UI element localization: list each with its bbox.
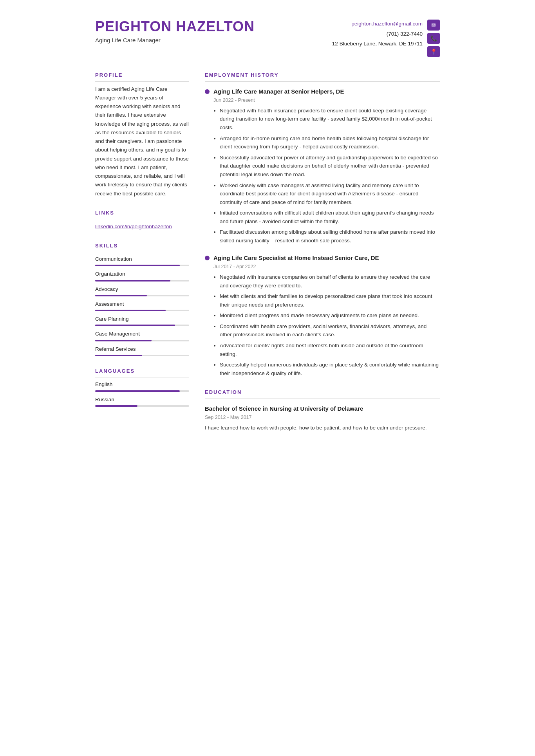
skill-bar-fill [95, 325, 175, 326]
phone-icon[interactable]: 📞 [427, 33, 440, 44]
skill-bar-fill [95, 355, 142, 356]
email-link[interactable]: peighton.hazelton@gmail.com [351, 21, 423, 27]
language-bar-fill [95, 390, 180, 392]
skill-name: Case Management [95, 330, 189, 338]
candidate-title: Aging Life Care Manager [95, 36, 255, 45]
skill-name: Care Planning [95, 315, 189, 323]
skill-item: Referral Services [95, 345, 189, 356]
edu-description: I have learned how to work with people, … [205, 424, 440, 432]
bullet-item: Initiated conversations with difficult a… [220, 209, 440, 226]
phone: (701) 322-7440 [332, 29, 423, 39]
skill-item: Organization [95, 270, 189, 281]
language-bar-fill [95, 405, 137, 407]
edu-degree-title: Bachelor of Science in Nursing at Univer… [205, 404, 440, 413]
skill-name: Organization [95, 270, 189, 278]
skill-name: Advocacy [95, 285, 189, 293]
skill-item: Communication [95, 255, 189, 266]
address: 12 Blueberry Lane, Newark, DE 19711 [332, 39, 423, 49]
bullet-item: Worked closely with case managers at ass… [220, 181, 440, 207]
links-section-title: LINKS [95, 209, 189, 220]
contact-info: peighton.hazelton@gmail.com (701) 322-74… [332, 19, 423, 49]
links-section: LINKS linkedin.com/in/peightonhazelton [95, 209, 189, 231]
job-title: Aging Life Care Manager at Senior Helper… [205, 87, 440, 96]
bullet-item: Met with clients and their families to d… [220, 292, 440, 309]
languages-section-title: LANGUAGES [95, 367, 189, 378]
skill-name: Communication [95, 255, 189, 263]
profile-text: I am a certified Aging Life Care Manager… [95, 85, 189, 198]
bullet-item: Successfully helped numerous individuals… [220, 361, 440, 377]
skill-bar-fill [95, 310, 166, 311]
languages-section: LANGUAGES English Russian [95, 367, 189, 407]
candidate-name: PEIGHTON HAZELTON [95, 19, 255, 34]
education-section-title: EDUCATION [205, 388, 440, 399]
job-bullets: Negotiated with insurance companies on b… [213, 273, 440, 378]
skill-bar-fill [95, 265, 180, 266]
bullet-item: Facilitated discussion among siblings ab… [220, 228, 440, 245]
left-column: PROFILE I am a certified Aging Life Care… [95, 71, 189, 443]
bullet-item: Arranged for in-home nursing care and ho… [220, 134, 440, 151]
bullet-item: Successfully advocated for power of atto… [220, 153, 440, 179]
location-icon[interactable]: 📍 [427, 46, 440, 57]
job-dot [205, 89, 210, 94]
linkedin-link-item: linkedin.com/in/peightonhazelton [95, 222, 189, 231]
skill-bar-bg [95, 280, 189, 281]
language-name: English [95, 381, 189, 388]
employment-section-title: EMPLOYMENT HISTORY [205, 71, 440, 82]
linkedin-link[interactable]: linkedin.com/in/peightonhazelton [95, 224, 172, 229]
job-title-text: Aging Life Care Manager at Senior Helper… [213, 87, 344, 96]
job-dates: Jul 2017 - Apr 2022 [213, 263, 440, 271]
skill-bar-bg [95, 295, 189, 296]
job-bullets: Negotiated with health insurance provide… [213, 106, 440, 245]
education-item: Bachelor of Science in Nursing at Univer… [205, 404, 440, 432]
skill-bar-bg [95, 325, 189, 326]
email-icon[interactable]: ✉ [427, 20, 440, 31]
job-item: Aging Life Care Specialist at Home Inste… [205, 254, 440, 378]
skill-name: Assessment [95, 300, 189, 308]
education-section: EDUCATION Bachelor of Science in Nursing… [205, 388, 440, 432]
job-dates: Jun 2022 - Present [213, 97, 440, 104]
skill-item: Care Planning [95, 315, 189, 326]
bullet-item: Negotiated with health insurance provide… [220, 106, 440, 132]
bullet-item: Advocated for clients' rights and best i… [220, 341, 440, 358]
skill-bar-bg [95, 265, 189, 266]
language-bar-bg [95, 390, 189, 392]
languages-list: English Russian [95, 381, 189, 407]
skills-section-title: SKILLS [95, 242, 189, 253]
job-dot [205, 256, 210, 260]
bullet-item: Negotiated with insurance companies on b… [220, 273, 440, 290]
education-list: Bachelor of Science in Nursing at Univer… [205, 404, 440, 432]
skill-bar-bg [95, 355, 189, 356]
language-bar-bg [95, 405, 189, 407]
right-column: EMPLOYMENT HISTORY Aging Life Care Manag… [205, 71, 440, 443]
bullet-item: Monitored client progress and made neces… [220, 311, 440, 320]
skill-bar-fill [95, 340, 152, 341]
header-left: PEIGHTON HAZELTON Aging Life Care Manage… [95, 19, 255, 45]
skill-bar-fill [95, 280, 170, 281]
profile-section: PROFILE I am a certified Aging Life Care… [95, 71, 189, 198]
skills-list: Communication Organization Advocacy Asse… [95, 255, 189, 356]
resume-wrapper: PEIGHTON HAZELTON Aging Life Care Manage… [80, 0, 455, 467]
bullet-item: Coordinated with health care providers, … [220, 322, 440, 339]
skill-bar-fill [95, 295, 147, 296]
skill-bar-bg [95, 340, 189, 341]
main-body: PROFILE I am a certified Aging Life Care… [95, 71, 440, 443]
skill-bar-bg [95, 310, 189, 311]
skill-item: Advocacy [95, 285, 189, 296]
skills-section: SKILLS Communication Organization Advoca… [95, 242, 189, 356]
header: PEIGHTON HAZELTON Aging Life Care Manage… [95, 19, 440, 57]
job-item: Aging Life Care Manager at Senior Helper… [205, 87, 440, 245]
skill-item: Case Management [95, 330, 189, 341]
language-name: Russian [95, 396, 189, 404]
employment-section: EMPLOYMENT HISTORY Aging Life Care Manag… [205, 71, 440, 377]
job-title: Aging Life Care Specialist at Home Inste… [205, 254, 440, 263]
edu-dates: Sep 2012 - May 2017 [205, 414, 440, 421]
profile-section-title: PROFILE [95, 71, 189, 82]
language-item: Russian [95, 396, 189, 407]
header-right: peighton.hazelton@gmail.com (701) 322-74… [332, 19, 440, 57]
jobs-list: Aging Life Care Manager at Senior Helper… [205, 87, 440, 378]
job-title-text: Aging Life Care Specialist at Home Inste… [213, 254, 379, 263]
contact-icons: ✉ 📞 📍 [427, 20, 440, 57]
skill-item: Assessment [95, 300, 189, 311]
skill-name: Referral Services [95, 345, 189, 353]
language-item: English [95, 381, 189, 392]
